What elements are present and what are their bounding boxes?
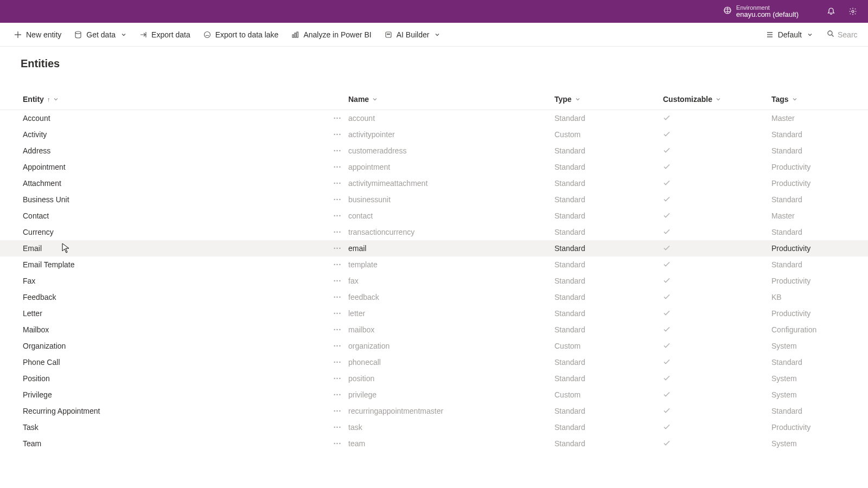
table-row[interactable]: Position···positionStandardSystem bbox=[0, 370, 868, 387]
checkmark-icon bbox=[663, 260, 671, 269]
row-more-button[interactable]: ··· bbox=[327, 146, 348, 155]
column-header-tags[interactable]: Tags bbox=[771, 95, 868, 104]
search-box[interactable] bbox=[820, 30, 859, 39]
row-more-button[interactable]: ··· bbox=[327, 277, 348, 285]
row-more-button[interactable]: ··· bbox=[327, 179, 348, 188]
entity-tags: Productivity bbox=[771, 277, 868, 285]
table-row[interactable]: Attachment···activitymimeattachmentStand… bbox=[0, 175, 868, 191]
row-more-button[interactable]: ··· bbox=[327, 114, 348, 123]
more-icon: ··· bbox=[334, 195, 342, 204]
export-lake-label: Export to data lake bbox=[215, 30, 279, 39]
svg-rect-8 bbox=[386, 32, 391, 37]
table-row[interactable]: Organization···organizationCustomSystem bbox=[0, 338, 868, 354]
row-more-button[interactable]: ··· bbox=[327, 228, 348, 236]
table-row[interactable]: Address···customeraddressStandardStandar… bbox=[0, 143, 868, 159]
table-row[interactable]: Contact···contactStandardMaster bbox=[0, 208, 868, 224]
search-input[interactable] bbox=[838, 30, 859, 39]
row-more-button[interactable]: ··· bbox=[327, 358, 348, 367]
row-more-button[interactable]: ··· bbox=[327, 244, 348, 253]
entity-tags: Standard bbox=[771, 130, 868, 139]
row-more-button[interactable]: ··· bbox=[327, 211, 348, 220]
more-icon: ··· bbox=[334, 374, 342, 383]
table-row[interactable]: Phone Call···phonecallStandardStandard bbox=[0, 354, 868, 370]
get-data-button[interactable]: Get data bbox=[69, 27, 132, 42]
analyze-power-bi-button[interactable]: Analyze in Power BI bbox=[286, 27, 376, 42]
environment-picker[interactable]: Environment enayu.com (default) bbox=[723, 4, 799, 18]
export-to-data-lake-button[interactable]: Export to data lake bbox=[198, 27, 284, 42]
ai-builder-button[interactable]: AI Builder bbox=[379, 27, 446, 42]
table-row[interactable]: Currency···transactioncurrencyStandardSt… bbox=[0, 224, 868, 240]
entity-tags: Standard bbox=[771, 358, 868, 367]
table-row[interactable]: Letter···letterStandardProductivity bbox=[0, 305, 868, 322]
new-entity-button[interactable]: New entity bbox=[9, 27, 67, 42]
row-more-button[interactable]: ··· bbox=[327, 423, 348, 432]
entity-type: Standard bbox=[554, 439, 663, 448]
column-header-name[interactable]: Name bbox=[348, 95, 554, 104]
svg-point-4 bbox=[204, 31, 210, 37]
chevron-down-icon bbox=[716, 95, 721, 104]
row-more-button[interactable]: ··· bbox=[327, 195, 348, 204]
column-header-entity-label: Entity bbox=[23, 95, 44, 104]
row-more-button[interactable]: ··· bbox=[327, 374, 348, 383]
more-icon: ··· bbox=[334, 325, 342, 334]
row-more-button[interactable]: ··· bbox=[327, 439, 348, 448]
row-more-button[interactable]: ··· bbox=[327, 407, 348, 415]
entity-customizable bbox=[663, 146, 771, 156]
entity-customizable bbox=[663, 342, 771, 351]
power-bi-icon bbox=[291, 31, 299, 38]
row-more-button[interactable]: ··· bbox=[327, 309, 348, 318]
table-row[interactable]: Privilege···privilegeCustomSystem bbox=[0, 387, 868, 403]
entity-type: Standard bbox=[554, 407, 663, 415]
entity-display-name: Feedback bbox=[23, 293, 327, 301]
entity-customizable bbox=[663, 163, 771, 172]
view-selector-button[interactable]: Default bbox=[761, 27, 818, 42]
more-icon: ··· bbox=[334, 179, 342, 188]
search-icon bbox=[827, 30, 834, 39]
entity-schema-name: phonecall bbox=[348, 358, 554, 367]
checkmark-icon bbox=[663, 374, 671, 383]
checkmark-icon bbox=[663, 439, 671, 448]
notifications-button[interactable] bbox=[820, 1, 842, 22]
entity-customizable bbox=[663, 228, 771, 237]
table-row[interactable]: Appointment···appointmentStandardProduct… bbox=[0, 159, 868, 175]
checkmark-icon bbox=[663, 163, 671, 172]
entity-schema-name: template bbox=[348, 260, 554, 269]
entity-display-name: Position bbox=[23, 374, 327, 383]
entity-type: Standard bbox=[554, 244, 663, 253]
table-body: Account···accountStandardMasterActivity·… bbox=[0, 110, 868, 452]
row-more-button[interactable]: ··· bbox=[327, 163, 348, 171]
table-row[interactable]: Mailbox···mailboxStandardConfiguration bbox=[0, 322, 868, 338]
row-more-button[interactable]: ··· bbox=[327, 325, 348, 334]
table-row[interactable]: Recurring Appointment···recurringappoint… bbox=[0, 403, 868, 419]
column-header-type[interactable]: Type bbox=[554, 95, 663, 104]
table-row[interactable]: Account···accountStandardMaster bbox=[0, 110, 868, 126]
entity-display-name: Letter bbox=[23, 309, 327, 318]
column-header-customizable[interactable]: Customizable bbox=[663, 95, 771, 104]
table-row[interactable]: Task···taskStandardProductivity bbox=[0, 419, 868, 435]
table-row[interactable]: Business Unit···businessunitStandardStan… bbox=[0, 191, 868, 208]
entity-tags: Standard bbox=[771, 260, 868, 269]
environment-icon bbox=[723, 6, 732, 16]
entity-display-name: Team bbox=[23, 439, 327, 448]
table-row[interactable]: Email Template···templateStandardStandar… bbox=[0, 256, 868, 273]
table-row[interactable]: Team···teamStandardSystem bbox=[0, 435, 868, 452]
table-row[interactable]: Fax···faxStandardProductivity bbox=[0, 273, 868, 289]
entity-schema-name: email bbox=[348, 244, 554, 253]
table-row[interactable]: Feedback···feedbackStandardKB bbox=[0, 289, 868, 305]
entity-customizable bbox=[663, 407, 771, 416]
column-header-entity[interactable]: Entity ↑ bbox=[23, 95, 327, 104]
row-more-button[interactable]: ··· bbox=[327, 260, 348, 269]
settings-button[interactable] bbox=[842, 1, 864, 22]
table-row[interactable]: Email···emailStandardProductivity bbox=[0, 240, 868, 256]
entity-type: Standard bbox=[554, 179, 663, 188]
more-icon: ··· bbox=[334, 211, 342, 220]
environment-value: enayu.com (default) bbox=[736, 11, 799, 18]
row-more-button[interactable]: ··· bbox=[327, 130, 348, 139]
table-row[interactable]: Activity···activitypointerCustomStandard bbox=[0, 126, 868, 143]
row-more-button[interactable]: ··· bbox=[327, 293, 348, 301]
export-data-button[interactable]: Export data bbox=[134, 27, 196, 42]
checkmark-icon bbox=[663, 146, 671, 156]
entity-tags: System bbox=[771, 390, 868, 399]
row-more-button[interactable]: ··· bbox=[327, 390, 348, 399]
row-more-button[interactable]: ··· bbox=[327, 342, 348, 350]
